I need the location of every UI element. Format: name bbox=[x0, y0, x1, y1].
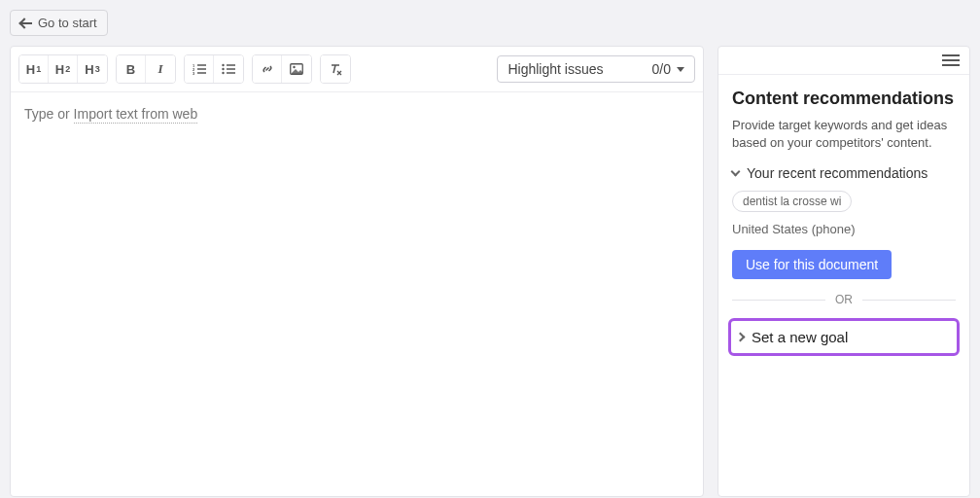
clear-format-icon bbox=[329, 62, 342, 76]
image-button[interactable] bbox=[282, 55, 311, 83]
highlight-issues-label: Highlight issues bbox=[508, 61, 603, 77]
unordered-list-icon bbox=[222, 63, 235, 75]
editor-placeholder-prefix: Type or bbox=[24, 106, 74, 122]
hamburger-icon bbox=[942, 54, 960, 56]
recent-recommendations-toggle[interactable]: Your recent recommendations bbox=[732, 165, 956, 181]
chevron-right-icon bbox=[736, 333, 746, 342]
set-new-goal-toggle[interactable]: Set a new goal bbox=[737, 329, 951, 345]
svg-text:3: 3 bbox=[192, 71, 195, 76]
ordered-list-button[interactable]: 123 bbox=[185, 55, 214, 83]
format-group: B I bbox=[116, 54, 176, 84]
svg-point-7 bbox=[293, 66, 295, 68]
or-divider: OR bbox=[732, 293, 956, 306]
heading-group: H1 H2 H3 bbox=[18, 54, 108, 84]
recent-recommendations-label: Your recent recommendations bbox=[747, 165, 928, 181]
highlight-issues-counter: 0/0 bbox=[652, 61, 671, 77]
chevron-down-icon bbox=[731, 167, 741, 177]
panel-menu-button[interactable] bbox=[942, 54, 960, 66]
editor-body[interactable]: Type or Import text from web bbox=[11, 92, 703, 496]
clear-group bbox=[320, 54, 351, 84]
ordered-list-icon: 123 bbox=[192, 63, 206, 75]
import-text-link[interactable]: Import text from web bbox=[74, 106, 198, 124]
go-to-start-label: Go to start bbox=[38, 16, 97, 30]
use-for-document-button[interactable]: Use for this document bbox=[732, 250, 892, 279]
locale-text: United States (phone) bbox=[732, 222, 956, 236]
clear-format-button[interactable] bbox=[321, 55, 350, 83]
set-new-goal-label: Set a new goal bbox=[752, 329, 848, 345]
bold-button[interactable]: B bbox=[117, 55, 146, 83]
link-button[interactable] bbox=[253, 55, 282, 83]
go-to-start-button[interactable]: Go to start bbox=[10, 10, 108, 36]
h1-button[interactable]: H1 bbox=[19, 55, 49, 83]
insert-group bbox=[252, 54, 312, 84]
panel-description: Provide target keywords and get ideas ba… bbox=[732, 117, 956, 152]
list-group: 123 bbox=[184, 54, 244, 84]
image-icon bbox=[290, 63, 303, 75]
highlight-issues-counter-wrap: 0/0 bbox=[652, 61, 684, 77]
svg-point-5 bbox=[222, 72, 224, 74]
set-new-goal-highlight: Set a new goal bbox=[728, 318, 960, 356]
arrow-left-icon bbox=[20, 18, 32, 28]
or-label: OR bbox=[835, 293, 853, 306]
panel-title: Content recommendations bbox=[732, 89, 956, 109]
side-panel-header bbox=[718, 47, 969, 75]
editor-panel: H1 H2 H3 B I 123 bbox=[10, 46, 704, 497]
italic-button[interactable]: I bbox=[146, 55, 175, 83]
link-icon bbox=[261, 62, 274, 76]
svg-point-4 bbox=[222, 68, 224, 70]
highlight-issues-select[interactable]: Highlight issues 0/0 bbox=[497, 55, 695, 83]
unordered-list-button[interactable] bbox=[214, 55, 243, 83]
chevron-down-icon bbox=[677, 67, 684, 72]
h3-button[interactable]: H3 bbox=[78, 55, 107, 83]
keyword-tag[interactable]: dentist la crosse wi bbox=[732, 191, 852, 212]
svg-point-3 bbox=[222, 64, 224, 66]
recommendations-panel: Content recommendations Provide target k… bbox=[718, 46, 970, 497]
h2-button[interactable]: H2 bbox=[49, 55, 78, 83]
editor-toolbar: H1 H2 H3 B I 123 bbox=[11, 47, 703, 92]
